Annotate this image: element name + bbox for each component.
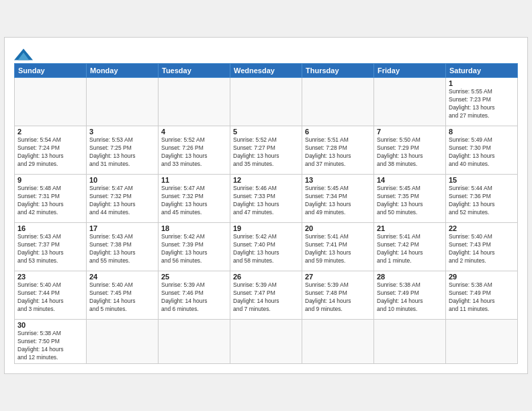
day-number: 18 <box>161 224 227 232</box>
day-number: 19 <box>233 224 299 232</box>
calendar-cell <box>374 320 446 364</box>
day-info: Sunrise: 5:38 AM Sunset: 7:49 PM Dayligh… <box>449 281 515 314</box>
weekday-header-saturday: Saturday <box>446 64 518 78</box>
day-info: Sunrise: 5:49 AM Sunset: 7:30 PM Dayligh… <box>449 136 515 169</box>
day-number: 2 <box>17 128 83 136</box>
day-info: Sunrise: 5:52 AM Sunset: 7:27 PM Dayligh… <box>233 136 299 169</box>
week-row-0: 1Sunrise: 5:55 AM Sunset: 7:23 PM Daylig… <box>15 78 518 126</box>
day-info: Sunrise: 5:39 AM Sunset: 7:47 PM Dayligh… <box>233 281 299 314</box>
calendar-cell: 18Sunrise: 5:42 AM Sunset: 7:39 PM Dayli… <box>159 223 230 271</box>
week-row-3: 16Sunrise: 5:43 AM Sunset: 7:37 PM Dayli… <box>15 223 518 271</box>
calendar-cell: 24Sunrise: 5:40 AM Sunset: 7:45 PM Dayli… <box>87 271 159 320</box>
calendar-cell <box>302 78 374 126</box>
day-info: Sunrise: 5:38 AM Sunset: 7:49 PM Dayligh… <box>377 281 443 314</box>
calendar-cell: 15Sunrise: 5:44 AM Sunset: 7:36 PM Dayli… <box>446 175 518 223</box>
logo-icon <box>14 48 33 60</box>
calendar-cell: 29Sunrise: 5:38 AM Sunset: 7:49 PM Dayli… <box>446 271 518 320</box>
calendar-cell: 25Sunrise: 5:39 AM Sunset: 7:46 PM Dayli… <box>159 271 230 320</box>
weekday-header-wednesday: Wednesday <box>230 64 302 78</box>
day-number: 16 <box>17 224 83 232</box>
calendar-cell: 8Sunrise: 5:49 AM Sunset: 7:30 PM Daylig… <box>446 126 518 175</box>
calendar-container: SundayMondayTuesdayWednesdayThursdayFrid… <box>4 37 528 374</box>
week-row-1: 2Sunrise: 5:54 AM Sunset: 7:24 PM Daylig… <box>15 126 518 175</box>
day-info: Sunrise: 5:42 AM Sunset: 7:39 PM Dayligh… <box>161 233 227 265</box>
day-info: Sunrise: 5:41 AM Sunset: 7:41 PM Dayligh… <box>305 233 371 265</box>
calendar-cell: 6Sunrise: 5:51 AM Sunset: 7:28 PM Daylig… <box>302 126 374 175</box>
day-number: 15 <box>449 176 515 184</box>
calendar-cell: 19Sunrise: 5:42 AM Sunset: 7:40 PM Dayli… <box>230 223 302 271</box>
day-info: Sunrise: 5:55 AM Sunset: 7:23 PM Dayligh… <box>449 88 515 120</box>
week-row-4: 23Sunrise: 5:40 AM Sunset: 7:44 PM Dayli… <box>15 271 518 320</box>
day-info: Sunrise: 5:40 AM Sunset: 7:45 PM Dayligh… <box>89 281 155 314</box>
calendar-cell: 16Sunrise: 5:43 AM Sunset: 7:37 PM Dayli… <box>15 223 87 271</box>
day-info: Sunrise: 5:46 AM Sunset: 7:33 PM Dayligh… <box>233 185 299 217</box>
calendar-grid: SundayMondayTuesdayWednesdayThursdayFrid… <box>14 63 518 364</box>
calendar-cell: 11Sunrise: 5:47 AM Sunset: 7:32 PM Dayli… <box>159 175 230 223</box>
weekday-header-sunday: Sunday <box>15 64 87 78</box>
day-number: 24 <box>89 273 155 281</box>
calendar-cell: 22Sunrise: 5:40 AM Sunset: 7:43 PM Dayli… <box>446 223 518 271</box>
calendar-cell <box>15 78 87 126</box>
calendar-cell: 23Sunrise: 5:40 AM Sunset: 7:44 PM Dayli… <box>15 271 87 320</box>
day-info: Sunrise: 5:52 AM Sunset: 7:26 PM Dayligh… <box>161 136 227 169</box>
day-number: 20 <box>305 224 371 232</box>
day-info: Sunrise: 5:45 AM Sunset: 7:35 PM Dayligh… <box>377 185 443 217</box>
day-number: 26 <box>233 273 299 281</box>
logo-area <box>14 44 33 60</box>
calendar-cell: 28Sunrise: 5:38 AM Sunset: 7:49 PM Dayli… <box>374 271 446 320</box>
calendar-cell <box>446 320 518 364</box>
header-section <box>14 44 518 60</box>
day-number: 25 <box>161 273 227 281</box>
week-row-2: 9Sunrise: 5:48 AM Sunset: 7:31 PM Daylig… <box>15 175 518 223</box>
day-info: Sunrise: 5:44 AM Sunset: 7:36 PM Dayligh… <box>449 185 515 217</box>
day-number: 30 <box>17 321 83 329</box>
day-info: Sunrise: 5:39 AM Sunset: 7:46 PM Dayligh… <box>161 281 227 314</box>
calendar-cell: 12Sunrise: 5:46 AM Sunset: 7:33 PM Dayli… <box>230 175 302 223</box>
day-number: 10 <box>89 176 155 184</box>
calendar-cell <box>302 320 374 364</box>
weekday-header-tuesday: Tuesday <box>159 64 230 78</box>
day-info: Sunrise: 5:41 AM Sunset: 7:42 PM Dayligh… <box>377 233 443 265</box>
calendar-cell: 21Sunrise: 5:41 AM Sunset: 7:42 PM Dayli… <box>374 223 446 271</box>
day-number: 3 <box>89 128 155 136</box>
calendar-cell: 14Sunrise: 5:45 AM Sunset: 7:35 PM Dayli… <box>374 175 446 223</box>
day-info: Sunrise: 5:40 AM Sunset: 7:43 PM Dayligh… <box>449 233 515 265</box>
weekday-header-thursday: Thursday <box>302 64 374 78</box>
calendar-cell: 30Sunrise: 5:38 AM Sunset: 7:50 PM Dayli… <box>15 320 87 364</box>
calendar-cell <box>87 320 159 364</box>
calendar-cell: 10Sunrise: 5:47 AM Sunset: 7:32 PM Dayli… <box>87 175 159 223</box>
day-number: 5 <box>233 128 299 136</box>
calendar-cell <box>230 320 302 364</box>
calendar-cell <box>87 78 159 126</box>
day-number: 21 <box>377 224 443 232</box>
day-info: Sunrise: 5:50 AM Sunset: 7:29 PM Dayligh… <box>377 136 443 169</box>
calendar-cell: 17Sunrise: 5:43 AM Sunset: 7:38 PM Dayli… <box>87 223 159 271</box>
calendar-cell <box>159 78 230 126</box>
day-number: 29 <box>449 273 515 281</box>
day-info: Sunrise: 5:40 AM Sunset: 7:44 PM Dayligh… <box>17 281 83 314</box>
day-number: 9 <box>17 176 83 184</box>
day-info: Sunrise: 5:43 AM Sunset: 7:37 PM Dayligh… <box>17 233 83 265</box>
day-number: 8 <box>449 128 515 136</box>
day-info: Sunrise: 5:45 AM Sunset: 7:34 PM Dayligh… <box>305 185 371 217</box>
day-number: 7 <box>377 128 443 136</box>
calendar-cell: 9Sunrise: 5:48 AM Sunset: 7:31 PM Daylig… <box>15 175 87 223</box>
day-number: 12 <box>233 176 299 184</box>
day-number: 14 <box>377 176 443 184</box>
day-info: Sunrise: 5:42 AM Sunset: 7:40 PM Dayligh… <box>233 233 299 265</box>
day-number: 6 <box>305 128 371 136</box>
day-number: 28 <box>377 273 443 281</box>
weekday-header-row: SundayMondayTuesdayWednesdayThursdayFrid… <box>15 64 518 78</box>
calendar-cell <box>230 78 302 126</box>
calendar-cell: 7Sunrise: 5:50 AM Sunset: 7:29 PM Daylig… <box>374 126 446 175</box>
calendar-cell: 5Sunrise: 5:52 AM Sunset: 7:27 PM Daylig… <box>230 126 302 175</box>
calendar-cell: 26Sunrise: 5:39 AM Sunset: 7:47 PM Dayli… <box>230 271 302 320</box>
day-number: 1 <box>449 79 515 87</box>
day-number: 22 <box>449 224 515 232</box>
calendar-cell: 13Sunrise: 5:45 AM Sunset: 7:34 PM Dayli… <box>302 175 374 223</box>
calendar-cell: 1Sunrise: 5:55 AM Sunset: 7:23 PM Daylig… <box>446 78 518 126</box>
day-number: 4 <box>161 128 227 136</box>
day-info: Sunrise: 5:53 AM Sunset: 7:25 PM Dayligh… <box>89 136 155 169</box>
calendar-cell: 4Sunrise: 5:52 AM Sunset: 7:26 PM Daylig… <box>159 126 230 175</box>
calendar-cell: 27Sunrise: 5:39 AM Sunset: 7:48 PM Dayli… <box>302 271 374 320</box>
